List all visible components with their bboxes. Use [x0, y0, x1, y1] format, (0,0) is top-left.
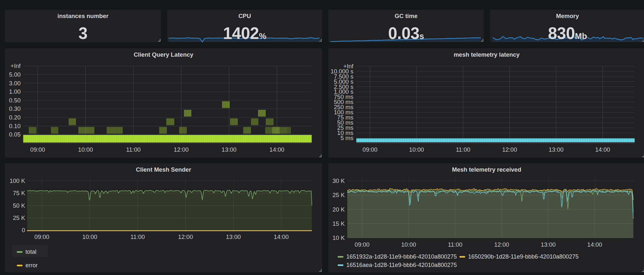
- svg-text:15 K: 15 K: [332, 220, 345, 227]
- svg-text:1.00: 1.00: [9, 88, 21, 95]
- svg-text:12:00: 12:00: [174, 146, 188, 153]
- svg-text:10 K: 10 K: [332, 234, 345, 241]
- svg-text:09:00: 09:00: [362, 146, 377, 153]
- svg-text:13:00: 13:00: [222, 146, 236, 153]
- svg-text:50 K: 50 K: [13, 202, 25, 209]
- svg-text:14:00: 14:00: [274, 233, 289, 240]
- svg-text:3.00: 3.00: [9, 80, 21, 87]
- svg-text:25 K: 25 K: [332, 192, 345, 198]
- svg-text:13:00: 13:00: [226, 233, 241, 240]
- svg-text:20 K: 20 K: [332, 206, 345, 213]
- svg-text:11:00: 11:00: [456, 146, 470, 153]
- svg-text:5.00: 5.00: [9, 71, 21, 78]
- svg-text:11:00: 11:00: [126, 146, 141, 153]
- svg-text:14:00: 14:00: [269, 146, 284, 153]
- svg-text:13:00: 13:00: [549, 146, 563, 153]
- svg-text:10:00: 10:00: [82, 233, 97, 240]
- svg-text:30 K: 30 K: [332, 177, 345, 184]
- svg-text:5 ms: 5 ms: [341, 135, 353, 141]
- svg-text:12:00: 12:00: [494, 241, 509, 248]
- svg-text:0.30: 0.30: [9, 105, 21, 112]
- svg-text:09:00: 09:00: [34, 233, 49, 240]
- svg-text:10:00: 10:00: [401, 241, 416, 248]
- svg-text:0.10: 0.10: [9, 123, 21, 129]
- svg-text:13:00: 13:00: [541, 241, 555, 248]
- svg-text:10:00: 10:00: [78, 146, 93, 153]
- svg-text:14:00: 14:00: [595, 146, 610, 153]
- svg-text:09:00: 09:00: [30, 146, 45, 153]
- svg-text:0.05: 0.05: [9, 131, 21, 138]
- svg-text:0: 0: [22, 227, 25, 233]
- svg-text:0.20: 0.20: [9, 114, 21, 121]
- svg-text:11:00: 11:00: [448, 241, 462, 248]
- svg-text:11:00: 11:00: [130, 233, 145, 240]
- svg-text:25 K: 25 K: [13, 214, 25, 221]
- svg-text:75 K: 75 K: [13, 190, 25, 196]
- svg-text:12:00: 12:00: [502, 146, 517, 153]
- svg-text:09:00: 09:00: [355, 241, 370, 248]
- svg-text:10:00: 10:00: [409, 146, 424, 153]
- svg-text:100 K: 100 K: [10, 177, 25, 184]
- svg-text:+Inf: +Inf: [11, 62, 21, 69]
- svg-text:14:00: 14:00: [587, 241, 602, 248]
- svg-text:12:00: 12:00: [178, 233, 193, 240]
- svg-text:0.50: 0.50: [9, 97, 21, 104]
